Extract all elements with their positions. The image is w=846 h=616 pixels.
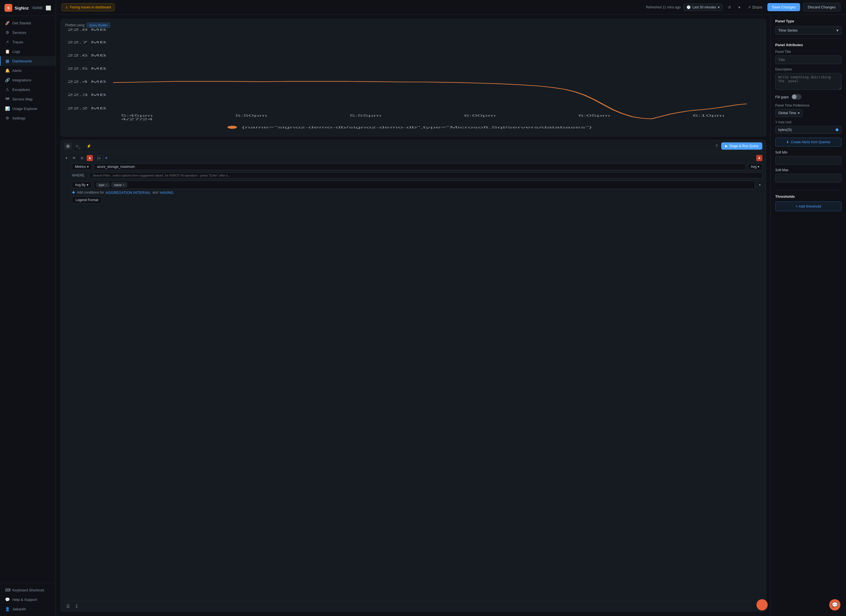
aggregation-value: Avg (751, 165, 756, 169)
query-builder-tab[interactable]: ⊞ (64, 142, 72, 150)
sidebar-nav: 🚀 Get Started ⚙ Services ↗ Traces 📋 Logs… (0, 16, 56, 583)
sidebar-item-get-started[interactable]: 🚀 Get Started (0, 18, 56, 28)
sidebar-item-alerts[interactable]: 🔔 Alerts (0, 66, 56, 75)
query-sigma-tab[interactable]: Σ (73, 603, 80, 610)
panel-type-section: Panel Type Time Series ▾ (775, 19, 842, 35)
tag-remove-type[interactable]: × (106, 183, 107, 186)
soft-max-input[interactable] (775, 174, 842, 182)
sidebar-item-logs[interactable]: 📋 Logs (0, 47, 56, 56)
sidebar-item-label: Traces (12, 40, 23, 44)
svg-text:6:05pm: 6:05pm (578, 114, 610, 117)
sidebar-item-user[interactable]: 👤 Jaikanth (0, 604, 56, 614)
legend-format-button[interactable]: Legend Format (72, 197, 102, 204)
formula-tab[interactable]: ⚡ (84, 142, 93, 150)
query-active-badge: A (756, 155, 762, 161)
add-query-button[interactable]: + (105, 155, 108, 161)
share-button[interactable]: ↗ Share (745, 4, 765, 11)
sidebar-item-usage-explorer[interactable]: 📊 Usage Explorer (0, 104, 56, 113)
having-link[interactable]: HAVING (160, 191, 173, 195)
query-eye-button[interactable]: 👁 (71, 155, 78, 161)
sidebar-item-label: Keyboard Shortcuts (12, 588, 44, 592)
chat-button[interactable]: 💬 (829, 599, 840, 610)
usage-explorer-icon: 📊 (5, 106, 10, 111)
query-letter-badge: A (87, 155, 93, 161)
query-toolbar: ⊞ >_ ⚡ ? ▶ Stage & Run Query (61, 140, 766, 152)
alerts-icon: 🔔 (5, 68, 10, 73)
content-area: Plotted using Query Builder 22.8 MB 22.7… (56, 15, 846, 616)
sidebar-item-help[interactable]: 💬 Help & Support (0, 595, 56, 604)
sidebar-item-service-map[interactable]: 🗺 Service Map (0, 94, 56, 104)
sidebar-item-keyboard-shortcuts[interactable]: ⌨ Keyboard Shortcuts (0, 585, 56, 595)
more-options-button[interactable]: ▾ (736, 4, 742, 11)
discard-changes-button[interactable]: Discard Changes (803, 3, 840, 12)
brand-badge: CLOUD (32, 6, 43, 10)
aggregation-selector[interactable]: Avg ▾ (748, 163, 762, 170)
panel-type-title: Panel Type (775, 19, 842, 23)
refresh-button[interactable]: ↺ (726, 4, 733, 11)
sidebar-item-settings[interactable]: ⚙ Settings (0, 113, 56, 123)
add-threshold-button[interactable]: + Add threshold (775, 201, 842, 211)
fill-gaps-toggle[interactable] (792, 94, 802, 100)
topbar-left: ⚠ Facing Issues in dashboard (62, 3, 115, 11)
svg-text:6:00pm: 6:00pm (464, 114, 496, 117)
help-button[interactable]: ? (714, 142, 719, 150)
soft-min-input[interactable] (775, 156, 842, 165)
query-copy-button[interactable]: ⧉ (79, 155, 85, 161)
metrics-row: Metrics ▾ azure_storage_maximum Avg ▾ (72, 163, 762, 170)
time-range-selector[interactable]: 🕐 Last 30 minutes ▾ (683, 4, 723, 11)
avg-by-selector[interactable]: Avg By ▾ (72, 182, 91, 188)
y-axis-selector[interactable]: bytes(SI) (775, 126, 842, 134)
panel-title-input[interactable] (775, 56, 842, 64)
y-axis-value: bytes(SI) (778, 128, 792, 132)
y-axis-label: Y Axis Unit (775, 120, 842, 124)
svg-text:5:55pm: 5:55pm (350, 114, 382, 117)
and-text: and (153, 191, 158, 194)
notification-circle[interactable] (756, 599, 768, 610)
query-list-tab[interactable]: ☰ (64, 603, 72, 610)
save-changes-button[interactable]: Save Changes (767, 3, 800, 11)
raw-query-tab[interactable]: >_ (73, 142, 82, 150)
formula-button[interactable]: ƒx (95, 155, 103, 161)
sidebar-item-traces[interactable]: ↗ Traces (0, 37, 56, 47)
logo-area: S SigNoz CLOUD ⬜ (0, 0, 56, 16)
query-bottom-tabs: ☰ Σ (61, 601, 766, 611)
metrics-selector[interactable]: Metrics ▾ (72, 163, 92, 170)
chevron-down-icon: ▾ (798, 111, 800, 115)
description-textarea[interactable] (775, 73, 842, 90)
svg-text:22.8 MB: 22.8 MB (68, 28, 106, 31)
chart-header: Plotted using Query Builder (65, 23, 110, 28)
aggregation-interval-link[interactable]: AGGREGATION INTERVAL (106, 191, 151, 195)
sidebar-item-label: Get Started (12, 21, 31, 25)
sidebar-collapse-button[interactable]: ⬜ (46, 5, 51, 11)
time-pref-value: Global Time (778, 111, 796, 115)
sidebar-item-label: Dashboards (12, 59, 32, 63)
panel-type-selector[interactable]: Time Series ▾ (775, 26, 842, 35)
sidebar-item-integrations[interactable]: 🔗 Integrations (0, 75, 56, 85)
where-filter-input[interactable] (90, 172, 762, 179)
sidebar-item-exceptions[interactable]: ⚠ Exceptions (0, 85, 56, 94)
where-row: WHERE (72, 172, 762, 179)
exceptions-icon: ⚠ (5, 87, 10, 92)
sidebar-item-label: Exceptions (12, 88, 30, 92)
svg-text:22.2 MB: 22.2 MB (68, 106, 106, 110)
create-alerts-button[interactable]: ⬇ Create Alerts from Queries (775, 138, 842, 147)
y-axis-indicator (836, 128, 839, 131)
sidebar-item-services[interactable]: ⚙ Services (0, 28, 56, 37)
refreshed-label: Refreshed 11 mins ago (646, 5, 681, 9)
chevron-down-icon: ▾ (87, 183, 88, 187)
tags-container: type × name × (94, 181, 755, 189)
plotted-label: Plotted using (65, 23, 84, 27)
query-fields: Metrics ▾ azure_storage_maximum Avg ▾ (72, 163, 762, 189)
topbar-right: Refreshed 11 mins ago 🕐 Last 30 minutes … (646, 3, 840, 12)
metric-value-selector[interactable]: azure_storage_maximum (94, 163, 746, 170)
sidebar-item-dashboards[interactable]: ▦ Dashboards (0, 56, 56, 66)
time-pref-selector[interactable]: Global Time ▾ (775, 109, 803, 117)
download-icon: ⬇ (786, 140, 789, 144)
panel-attributes-title: Panel Attributes (775, 43, 842, 47)
tags-more-button[interactable]: ▾ (757, 182, 762, 188)
share-icon: ↗ (748, 5, 751, 10)
user-avatar-icon: 👤 (5, 607, 10, 611)
query-expand-button[interactable]: ▾ (64, 155, 69, 161)
tag-remove-name[interactable]: × (123, 183, 125, 186)
stage-run-button[interactable]: ▶ Stage & Run Query (721, 142, 762, 150)
